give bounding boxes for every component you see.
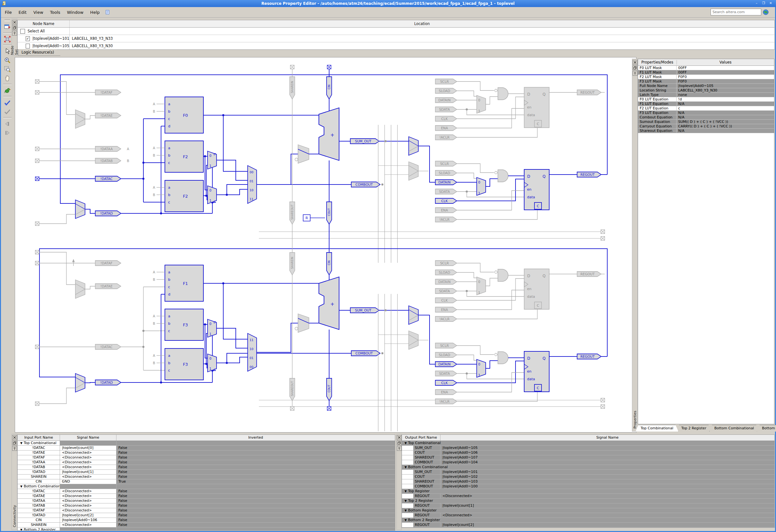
menu-tools[interactable]: Tools [47,9,63,16]
close-button[interactable]: ✕ [768,1,773,6]
input-inverted-value[interactable]: False [117,465,395,470]
property-value[interactable]: N/A [676,111,774,115]
input-inverted-value[interactable]: False [117,455,395,460]
input-inverted-value[interactable]: False [117,494,395,498]
panel-pin-icon[interactable] [12,31,17,36]
property-value[interactable]: CARRY(( D ) + ( C ) + ( !VCC )) [676,124,774,128]
input-inverted-value[interactable]: False [117,475,395,479]
input-port-row[interactable]: !DATAC<Disconnected>False [18,489,395,494]
output-signal-column-header[interactable]: Signal Name [440,435,774,440]
panel-close-icon[interactable] [633,60,637,65]
input-signal-name[interactable]: GND [60,479,117,484]
routing-mux[interactable] [75,280,85,299]
input-port-row[interactable]: !DATAF<Disconnected>False [18,455,395,460]
and-gate[interactable] [498,87,508,100]
input-signal-name[interactable]: <Disconnected> [60,475,117,479]
adder[interactable] [319,108,339,160]
property-value[interactable]: !d [676,97,774,102]
panel-close-icon[interactable] [12,435,17,440]
node-name-column-header[interactable]: Node Name [18,20,69,27]
input-port-row[interactable]: !DATAA<Disconnected>False [18,460,395,465]
input-signal-name[interactable]: <Disconnected> [60,489,117,494]
zoom-selection-icon[interactable] [3,65,12,73]
tab-top-combinational[interactable]: Top Combinational [635,425,678,431]
menu-help[interactable]: Help [87,9,103,16]
output-group-row[interactable]: ▼Top 2 Register [402,499,774,503]
zoom-tool-icon[interactable] [3,56,12,64]
input-inverted-value[interactable]: False [117,513,395,518]
output-signal-name[interactable]: <Disconnected> [440,494,774,498]
routing-mux[interactable] [75,110,85,128]
routing-mux[interactable] [75,200,85,218]
menu-window[interactable]: Window [64,9,86,16]
output-port-row[interactable]: REGOUT|toplevel|count[1] [402,503,774,508]
tab-bottom[interactable]: Bottom [757,425,776,431]
property-value[interactable]: SUM(( D ) + ( C ) + ( !VCC )) [676,120,774,124]
detach-window-icon[interactable] [3,23,12,31]
output-group-row[interactable]: ▼Bottom 2 Register [402,518,774,523]
and-gate[interactable] [498,170,508,182]
panel-float-icon[interactable] [12,440,17,446]
pan-hand-icon[interactable] [3,74,12,82]
output-signal-name[interactable]: |toplevel|Add0~104 [440,460,774,465]
output-group-row[interactable]: ▼Top Combinational [402,441,774,446]
routing-mux[interactable] [75,373,85,392]
input-inverted-value[interactable]: True [117,479,395,484]
routing-mux[interactable] [409,137,418,155]
output-port-row[interactable]: SHAREOUT|toplevel|Add0~107 [402,455,774,460]
select-all-checkbox[interactable] [20,29,25,34]
input-port-column-header[interactable]: Input Port Name [18,435,60,440]
node-checkbox[interactable] [26,44,30,48]
panel-close-icon[interactable] [12,20,17,25]
input-inverted-value[interactable]: False [117,460,395,465]
input-port-row[interactable]: CIN|toplevel|Add0~106False [18,518,395,523]
property-value[interactable]: LABCELL_X80_Y3_N30 [676,88,774,93]
input-signal-name[interactable]: <Disconnected> [60,451,117,455]
input-port-row[interactable]: !DATAB<Disconnected>False [18,503,395,508]
input-inverted-value[interactable]: False [117,518,395,522]
input-port-row[interactable]: !DATAC|toplevel|count[0]False [18,446,395,451]
property-value[interactable]: N/A [676,102,774,106]
property-value[interactable]: N/A [676,115,774,119]
output-signal-name[interactable]: |toplevel|Add0~102 [440,475,774,479]
property-value[interactable]: 00FF [676,70,774,74]
input-group-row[interactable]: ▼Bottom Combinational [18,484,395,489]
output-port-row[interactable]: COUT|toplevel|Add0~106 [402,451,774,455]
input-signal-name[interactable]: <Disconnected> [60,499,117,503]
input-signal-name[interactable]: |toplevel|count[2] [60,513,117,518]
output-signal-name[interactable]: <Disconnected> [440,513,774,518]
panel-pin-icon[interactable] [12,446,17,451]
property-value[interactable]: F0F0 [676,75,774,79]
output-group-row[interactable]: ▼Top Register [402,489,774,494]
input-port-row[interactable]: !DATAE<Disconnected>False [18,451,395,455]
tab-bottom-combinational[interactable]: Bottom Combinational [709,425,759,431]
prev-node-icon[interactable] [3,120,12,128]
output-port-row[interactable]: COMBOUT|toplevel|Add0~104 [402,460,774,465]
output-group-row[interactable]: ▼Bottom Register [402,508,774,513]
input-port-row[interactable]: SHAREIN<Disconnected>False [18,475,395,479]
input-port-row[interactable]: !DATAA<Disconnected>False [18,499,395,503]
tab-top-2-register[interactable]: Top 2 Register [676,425,712,431]
node-row[interactable]: ✓|toplevel|Add0~101LABCELL_X80_Y3_N33 [18,35,774,42]
input-inverted-value[interactable]: False [117,451,395,455]
carry-select-mux[interactable] [298,314,309,332]
input-signal-name[interactable]: <Disconnected> [60,465,117,470]
input-signal-name[interactable]: |toplevel|count[1] [60,470,117,474]
node-checkbox[interactable]: ✓ [26,36,30,41]
output-signal-name[interactable]: |toplevel|Add0~107 [440,455,774,460]
property-value[interactable]: c [676,106,774,111]
carry-select-mux[interactable] [298,145,309,163]
document-icon[interactable] [105,10,110,14]
input-signal-name[interactable]: <Disconnected> [60,508,117,513]
title-bar[interactable]: Resource Property Editor - /auto/homes/a… [0,0,776,7]
routing-mux[interactable] [409,306,418,324]
bird-tool-icon[interactable] [3,86,12,95]
inverted-column-header[interactable]: Inverted [117,435,395,440]
output-port-row[interactable]: SHAREOUT|toplevel|Add0~103 [402,479,774,484]
panel-close-icon[interactable] [397,435,402,440]
menu-edit[interactable]: Edit [16,9,29,16]
property-value[interactable]: none [676,93,774,97]
input-signal-name[interactable]: <Disconnected> [60,523,117,527]
input-inverted-value[interactable]: False [117,523,395,527]
input-port-row[interactable]: !DATAF<Disconnected>False [18,508,395,513]
